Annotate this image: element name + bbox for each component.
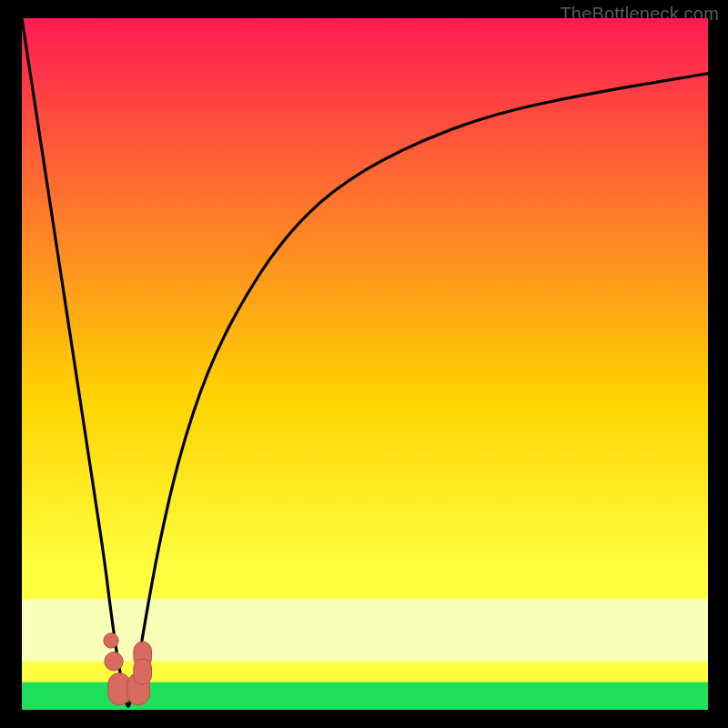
bottleneck-chart [22,18,708,710]
marker-left-dot-upper [104,633,118,648]
marker-left-dot-lower [105,652,123,671]
pale-band [22,599,708,661]
marker-right-pill-bot [134,659,152,684]
chart-frame [22,18,708,710]
